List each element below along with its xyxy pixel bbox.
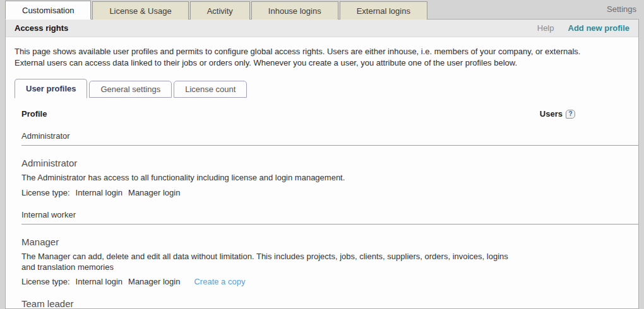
profiles-table: Profile Users ? Administrator Administra… (6, 98, 638, 309)
subtab-user-profiles[interactable]: User profiles (15, 79, 87, 98)
section-divider (21, 145, 638, 146)
users-header-label: Users (540, 109, 563, 119)
license-type-label: License type: (21, 188, 70, 197)
profile-column-header: Profile (21, 109, 47, 119)
top-tab-strip: Customisation License & Usage Activity I… (0, 0, 644, 19)
content-panel: Access rights Help Add new profile This … (5, 19, 639, 309)
settings-label[interactable]: Settings (607, 4, 636, 14)
create-copy-link[interactable]: Create a copy (194, 277, 245, 286)
subtab-general-settings[interactable]: General settings (89, 81, 172, 98)
profile-description: The Administrator has access to all func… (21, 172, 518, 183)
profile-row-team-leader: Team leader The Team Leader manages tran… (21, 298, 638, 309)
tab-activity[interactable]: Activity (190, 1, 250, 20)
tab-inhouse-logins[interactable]: Inhouse logins (251, 1, 338, 20)
license-type-manager: Manager login (128, 277, 180, 286)
tab-license-usage[interactable]: License & Usage (92, 1, 188, 20)
access-rights-bar: Access rights Help Add new profile (6, 20, 638, 37)
profile-name: Administrator (21, 158, 518, 168)
section-divider (21, 224, 638, 224)
section-group-label: Internal worker (21, 210, 638, 219)
page-title: Access rights (15, 23, 68, 33)
users-column-header: Users ? (540, 109, 575, 119)
subtab-license-count[interactable]: License count (174, 81, 247, 98)
toolbar-actions: Help Add new profile (537, 23, 629, 33)
profile-description: The Manager can add, delete and edit all… (21, 251, 518, 273)
users-help-icon[interactable]: ? (566, 110, 575, 119)
add-new-profile-link[interactable]: Add new profile (568, 23, 630, 33)
section-group-label: Administrator (21, 131, 638, 141)
license-type-internal: Internal login (76, 188, 122, 197)
license-type-label: License type: (21, 277, 70, 286)
tab-customisation[interactable]: Customisation (5, 1, 91, 20)
tab-external-logins[interactable]: External logins (340, 1, 427, 20)
profile-name: Team leader (21, 298, 518, 309)
profile-section: Internal worker Manager The Manager can … (21, 210, 638, 309)
profile-section: Administrator Administrator The Administ… (21, 131, 638, 197)
license-type-internal: Internal login (76, 277, 122, 286)
license-type-line: License type: Internal login Manager log… (21, 188, 518, 197)
sub-tab-strip: User profiles General settings License c… (15, 79, 638, 98)
table-header-row: Profile Users ? (21, 98, 638, 119)
help-link[interactable]: Help (537, 23, 554, 33)
profile-row-manager: Manager The Manager can add, delete and … (21, 236, 638, 287)
intro-text: This page shows available user profiles … (6, 37, 615, 69)
profile-row-administrator: Administrator The Administrator has acce… (21, 158, 638, 197)
profile-name: Manager (21, 236, 518, 247)
license-type-line: License type: Internal login Manager log… (21, 277, 518, 286)
license-type-manager: Manager login (128, 188, 180, 197)
